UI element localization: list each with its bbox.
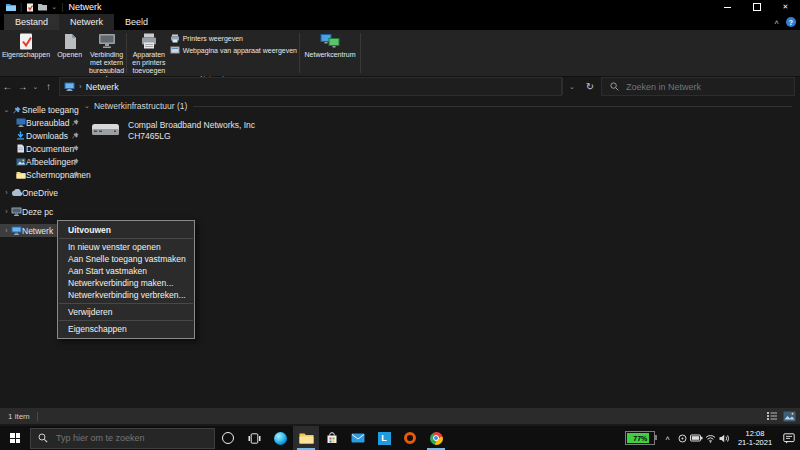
menu-item-nieuw-venster[interactable]: In nieuw venster openen	[58, 241, 194, 253]
battery-percentage-widget[interactable]: 77%	[625, 431, 655, 445]
maximize-button[interactable]	[742, 0, 771, 14]
collapse-ribbon-icon[interactable]: ˄	[774, 18, 779, 27]
webpage-icon	[170, 46, 180, 55]
address-dropdown-icon[interactable]: ⌄	[562, 78, 581, 95]
sidebar-item-deze-pc[interactable]: › Deze pc	[0, 205, 84, 218]
file-explorer-button[interactable]	[293, 426, 319, 450]
back-button[interactable]: ←	[0, 81, 15, 92]
ribbon-group-netwerk: Apparaten en printers toevoegen Printers…	[129, 30, 297, 76]
menu-item-verwijderen[interactable]: Verwijderen	[58, 306, 194, 318]
chevron-right-icon[interactable]: ›	[2, 227, 11, 234]
network-icon	[11, 226, 22, 235]
sidebar-item-bureaublad[interactable]: Bureaublad	[0, 116, 84, 129]
l-app-button[interactable]: L	[371, 426, 397, 450]
tab-bestand[interactable]: Bestand	[4, 14, 59, 30]
explorer-search-box[interactable]	[601, 77, 795, 96]
network-center-button[interactable]: Netwerkcentrum	[302, 31, 359, 59]
explorer-search-input[interactable]	[624, 81, 778, 93]
l-app-icon: L	[378, 432, 391, 445]
tab-netwerk[interactable]: Netwerk	[59, 14, 114, 30]
sidebar-item-schermopnamen[interactable]: Schermopnamen	[0, 168, 84, 181]
task-view-button[interactable]	[241, 426, 267, 450]
tab-beeld[interactable]: Beeld	[114, 14, 159, 30]
office-icon	[404, 432, 416, 444]
ribbon-tab-row: Bestand Netwerk Beeld ˄ ?	[0, 14, 800, 30]
chevron-right-icon[interactable]: ›	[2, 208, 11, 215]
sidebar-item-afbeeldingen[interactable]: Afbeeldingen	[0, 155, 84, 168]
refresh-icon[interactable]: ↻	[581, 78, 599, 95]
qat-customize-dropdown-icon[interactable]: ⌄	[51, 3, 57, 11]
downloads-icon	[15, 131, 26, 140]
menu-item-uitvouwen[interactable]: Uitvouwen	[58, 224, 194, 236]
action-center-button[interactable]	[780, 426, 798, 450]
show-printers-button[interactable]: Printers weergeven	[170, 34, 297, 43]
ribbon-separator	[299, 33, 300, 73]
menu-item-verbinding-maken[interactable]: Netwerkverbinding maken...	[58, 277, 194, 289]
sidebar-item-downloads[interactable]: Downloads	[0, 129, 84, 142]
cortana-button[interactable]	[215, 426, 241, 450]
address-bar[interactable]: › Netwerk	[59, 77, 562, 96]
wifi-icon[interactable]	[703, 426, 717, 450]
pin-icon	[72, 171, 79, 178]
menu-item-verbinding-verbreken[interactable]: Netwerkverbinding verbreken...	[58, 289, 194, 301]
up-button[interactable]: ↑	[41, 81, 56, 92]
microsoft-store-icon	[326, 432, 338, 444]
group-collapse-icon[interactable]: ⌄	[84, 102, 90, 110]
menu-item-snelle-toegang[interactable]: Aan Snelle toegang vastmaken	[58, 253, 194, 265]
window-title: Netwerk	[69, 2, 102, 12]
start-button[interactable]	[0, 426, 30, 450]
quick-access-pin-icon	[11, 106, 22, 114]
microsoft-store-button[interactable]	[319, 426, 345, 450]
eigenschappen-button[interactable]: Eigenschappen	[0, 31, 53, 59]
forward-button[interactable]: →	[15, 81, 30, 92]
device-webpage-button[interactable]: Webpagina van apparaat weergeven	[170, 46, 297, 55]
large-icons-view-icon[interactable]	[783, 411, 796, 422]
taskbar-search-input[interactable]	[54, 432, 198, 444]
help-icon[interactable]: ?	[786, 17, 796, 27]
minimize-button[interactable]	[713, 0, 742, 14]
desktop-icon	[15, 118, 26, 127]
edge-icon	[274, 432, 287, 445]
menu-separator	[59, 320, 193, 321]
qat-new-folder-icon[interactable]	[38, 3, 47, 11]
menu-item-eigenschappen[interactable]: Eigenschappen	[58, 323, 194, 335]
mail-icon	[351, 433, 365, 443]
sidebar-item-onedrive[interactable]: › OneDrive	[0, 186, 84, 199]
remote-desktop-button[interactable]: Verbinding met extern bureaublad maken	[86, 31, 127, 83]
group-header-line	[193, 106, 792, 107]
group-header-label[interactable]: Netwerkinfrastructuur (1)	[94, 101, 188, 111]
hidden-icons-chevron[interactable]: ˄	[665, 434, 670, 443]
document-icon	[15, 144, 26, 153]
recent-locations-icon[interactable]: ⌄	[30, 83, 41, 91]
ribbon-separator	[126, 33, 127, 73]
mail-button[interactable]	[345, 426, 371, 450]
tray-battery-icon[interactable]	[689, 426, 703, 450]
breadcrumb-chevron-icon[interactable]: ›	[79, 82, 82, 91]
taskbar-search-box[interactable]	[30, 428, 215, 449]
breadcrumb-location[interactable]: Netwerk	[86, 82, 119, 92]
menu-item-start-vastmaken[interactable]: Aan Start vastmaken	[58, 265, 194, 277]
ribbon: Eigenschappen Openen Verbinding met exte…	[0, 30, 800, 77]
office-button[interactable]	[397, 426, 423, 450]
address-bar-row: ← → ⌄ ↑ › Netwerk ⌄ ↻	[0, 77, 800, 96]
qat-properties-icon[interactable]	[26, 3, 34, 12]
openen-button[interactable]: Openen	[54, 31, 85, 59]
close-button[interactable]: ✕	[771, 0, 800, 14]
search-icon	[38, 433, 48, 443]
chrome-button[interactable]	[423, 426, 449, 450]
edge-button[interactable]	[267, 426, 293, 450]
folder-icon	[15, 171, 26, 179]
chevron-right-icon[interactable]: ›	[2, 189, 11, 196]
taskbar: L 77% ˄ 12:08 21-1-2021	[0, 426, 800, 450]
tray-app-icon[interactable]	[675, 426, 689, 450]
sidebar-item-quick-access[interactable]: ⌄ Snelle toegang	[0, 103, 84, 116]
add-devices-printers-button[interactable]: Apparaten en printers toevoegen	[129, 31, 169, 75]
pictures-icon	[15, 158, 26, 166]
sidebar-item-documenten[interactable]: Documenten	[0, 142, 84, 155]
volume-icon[interactable]	[717, 426, 731, 450]
small-printer-icon	[170, 34, 180, 43]
details-view-icon[interactable]	[766, 411, 778, 421]
chevron-down-icon[interactable]: ⌄	[2, 106, 11, 114]
taskbar-clock[interactable]: 12:08 21-1-2021	[736, 429, 774, 448]
network-device-item[interactable]: Compal Broadband Networks, Inc CH7465LG	[90, 119, 280, 142]
